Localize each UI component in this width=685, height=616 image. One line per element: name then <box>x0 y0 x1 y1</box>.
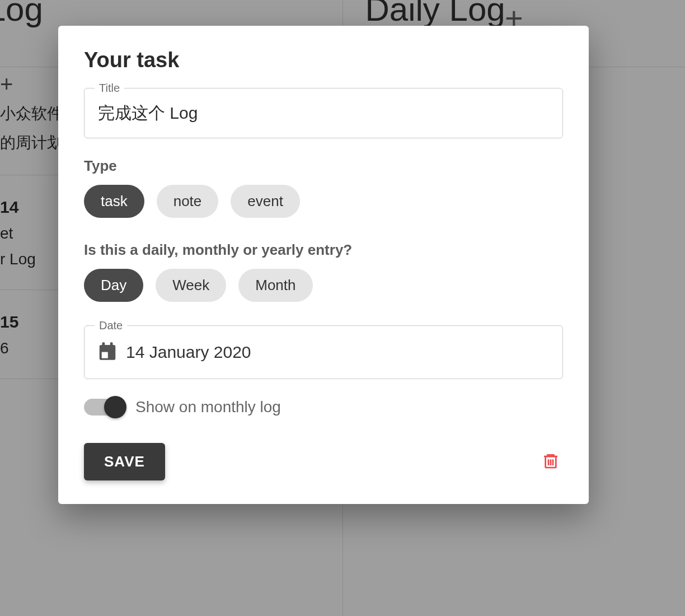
title-input[interactable] <box>97 103 550 123</box>
svg-rect-2 <box>102 342 105 347</box>
title-field[interactable]: Title <box>84 88 563 138</box>
delete-button[interactable] <box>538 448 563 475</box>
type-chip-task[interactable]: task <box>84 185 144 218</box>
period-chip-row: Day Week Month <box>84 269 563 302</box>
title-field-label: Title <box>95 82 124 95</box>
trash-icon <box>542 464 560 472</box>
period-chip-week[interactable]: Week <box>156 269 226 302</box>
toggle-knob <box>104 396 126 418</box>
modal-heading: Your task <box>84 48 563 72</box>
svg-rect-4 <box>102 352 108 358</box>
calendar-icon <box>97 340 118 364</box>
date-field[interactable]: Date 14 January 2020 <box>84 325 563 379</box>
monthly-toggle-label: Show on monthly log <box>135 398 281 416</box>
type-chip-event[interactable]: event <box>231 185 300 218</box>
svg-rect-3 <box>110 342 113 347</box>
period-label: Is this a daily, monthly or yearly entry… <box>84 241 563 259</box>
modal-footer: SAVE <box>84 443 563 480</box>
period-chip-day[interactable]: Day <box>84 269 143 302</box>
type-chip-note[interactable]: note <box>157 185 219 218</box>
period-chip-month[interactable]: Month <box>238 269 312 302</box>
monthly-toggle[interactable] <box>84 399 124 416</box>
date-field-label: Date <box>95 319 127 332</box>
monthly-toggle-row: Show on monthly log <box>84 398 563 416</box>
save-button[interactable]: SAVE <box>84 443 165 480</box>
task-modal: Your task Title Type task note event Is … <box>58 26 589 504</box>
date-value: 14 January 2020 <box>126 343 251 362</box>
type-chip-row: task note event <box>84 185 563 218</box>
type-label: Type <box>84 157 563 175</box>
